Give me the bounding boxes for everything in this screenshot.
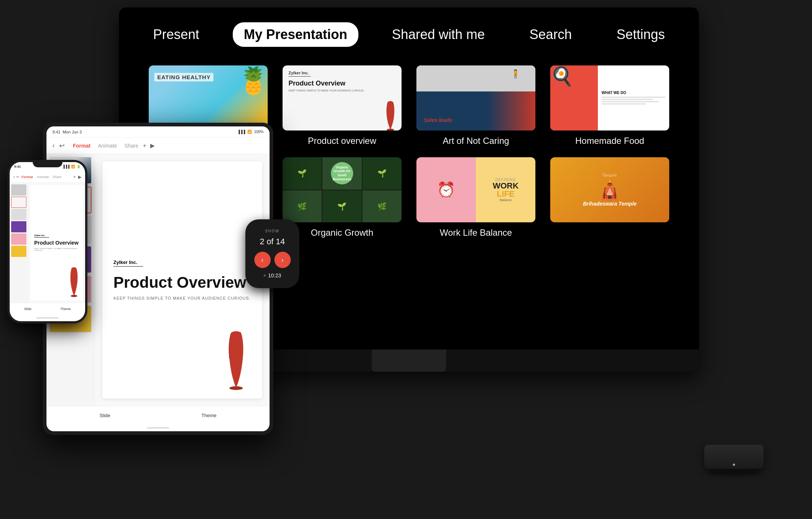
tab-present[interactable]: Present xyxy=(142,22,210,47)
wifi-icon: 📶 xyxy=(247,130,252,134)
iphone-time: 9:41 xyxy=(14,165,21,168)
iphone-format-tab[interactable]: Format xyxy=(22,175,33,179)
card-label-work-life-balance: Work Life Balance xyxy=(416,228,535,238)
iphone-vase-icon xyxy=(67,264,81,300)
card-label-art-of-not-caring: Art of Not Caring xyxy=(416,136,535,146)
thumb-homemade-food: 🍳 WHAT WE DO xyxy=(550,65,669,130)
worklife-word2: LIFE xyxy=(497,189,515,199)
iphone-animate-tab[interactable]: Animate xyxy=(37,175,49,179)
ipad-toolbar-icons: + ▶ xyxy=(143,142,154,149)
card-brihadeswara-temple[interactable]: Tanjore 🛕 Brihadeswara Temple xyxy=(550,157,669,238)
ipad-bottom-bar: Slide Theme xyxy=(46,406,270,425)
ipad-back-button[interactable]: ‹ xyxy=(52,142,55,149)
svg-point-5 xyxy=(71,295,77,297)
svg-point-1 xyxy=(387,129,394,130)
apple-tv-light xyxy=(733,464,735,466)
card-homemade-food[interactable]: 🍳 WHAT WE DO Homemad xyxy=(550,65,669,146)
thumb-art-text: Sales leads xyxy=(424,117,452,123)
thumb-product-overview: Zylker Inc. Product Overview KEEP THINGS… xyxy=(283,65,402,130)
iphone-screen: 9:41 ▐▐▐ 📶 🔋 ‹ ↩ Format Animate Share + … xyxy=(10,162,85,321)
iphone-toolbar: ‹ ↩ Format Animate Share + ▶ xyxy=(10,171,85,183)
iphone-home-indicator xyxy=(10,315,85,321)
card-art-of-not-caring[interactable]: 🧍 Sales leads Art of Not Caring xyxy=(416,65,535,146)
ipad-share-tab[interactable]: Share xyxy=(125,143,138,149)
iphone-slide-panel xyxy=(10,183,28,303)
ipad-add-icon[interactable]: + xyxy=(143,142,146,149)
battery-icon: 100% xyxy=(254,130,264,134)
ipad-play-icon[interactable]: ▶ xyxy=(150,142,155,149)
iphone-theme-btn[interactable]: Theme xyxy=(60,307,71,311)
thumb-product-company: Zylker Inc. xyxy=(289,71,311,77)
slide-vase-icon xyxy=(221,323,251,399)
thumb-temple-title-label: Tanjore xyxy=(602,173,617,177)
iphone-nav: Format Animate Share xyxy=(22,175,62,179)
slide-subtitle: KEEP THINGS SIMPLE TO MAKE YOUR AUDIENCE… xyxy=(113,296,251,300)
watch-next-button[interactable]: › xyxy=(274,252,291,268)
watch-slide-count: 2 of 14 xyxy=(260,237,285,246)
iphone-play-icon[interactable]: ▶ xyxy=(78,174,81,180)
ipad-main-slide: Zylker Inc. Product Overview KEEP THINGS… xyxy=(95,154,270,406)
iphone-share-tab[interactable]: Share xyxy=(53,175,62,179)
iphone-battery-icon: 🔋 xyxy=(77,165,81,168)
iphone-main-slide: Zylker Inc. Product Overview KEEP THINGS… xyxy=(28,183,85,303)
tab-my-presentation[interactable]: My Presentation xyxy=(233,22,358,47)
watch-screen: SHOW 2 of 14 ‹ › 10:23 xyxy=(248,222,297,286)
watch-time: 10:23 xyxy=(268,273,281,278)
pineapple-icon: 🍍 xyxy=(237,65,268,96)
iphone-thumb-6[interactable] xyxy=(11,246,26,257)
iphone-thumb-3[interactable] xyxy=(11,209,26,220)
ipad-toolbar: ‹ ↩ Format Animate Share + ▶ xyxy=(46,138,270,154)
iphone-slide-title: Product Overview xyxy=(34,240,79,246)
thumb-temple-name: Brihadeswara Temple xyxy=(583,201,637,207)
thumb-product-sub: KEEP THINGS SIMPLE TO MAKE YOUR AUDIENCE… xyxy=(289,89,396,92)
thumb-organic-badge: Organic Growth for Small Businesses xyxy=(331,162,353,184)
card-organic-growth[interactable]: 🌱 Organic Growth for Small Businesses 🌱 … xyxy=(283,157,402,238)
slide-company: Zylker Inc. xyxy=(113,260,143,267)
watch-prev-button[interactable]: ‹ xyxy=(254,252,271,268)
apple-tv-body xyxy=(704,445,764,469)
iphone-thumb-1[interactable] xyxy=(11,184,26,196)
iphone-thumb-5[interactable] xyxy=(11,233,26,245)
card-work-life-balance[interactable]: ⏰ Defining WORK LIFE xyxy=(416,157,535,238)
iphone-content: Zylker Inc. Product Overview KEEP THINGS… xyxy=(10,183,85,303)
ipad-undo-button[interactable]: ↩ xyxy=(59,142,65,150)
ipad-date: Mon Jun 3 xyxy=(62,130,81,134)
ipad-status-bar: 9:41 Mon Jun 3 ▐▐▐ 📶 100% xyxy=(46,126,270,138)
card-product-overview[interactable]: Zylker Inc. Product Overview KEEP THINGS… xyxy=(283,65,402,146)
iphone-undo-btn[interactable]: ↩ xyxy=(16,175,19,179)
signal-icon: ▐▐▐ xyxy=(237,130,245,134)
watch-bottom: 10:23 xyxy=(264,273,281,278)
tab-shared-with-me[interactable]: Shared with me xyxy=(381,22,496,47)
iphone-slide-sub: KEEP THINGS SIMPLE TO MAKE YOUR AUDIENCE… xyxy=(34,248,79,251)
thumb-eating-healthy: EATING HEALTHY 🍍 xyxy=(149,65,268,130)
iphone-frame: 9:41 ▐▐▐ 📶 🔋 ‹ ↩ Format Animate Share + … xyxy=(7,160,87,323)
iphone-signal-icon: ▐▐▐ xyxy=(62,165,70,168)
thumb-organic-growth: 🌱 Organic Growth for Small Businesses 🌱 … xyxy=(283,157,402,222)
ipad-theme-btn[interactable]: Theme xyxy=(202,413,216,418)
svg-point-3 xyxy=(229,386,243,390)
apple-tv-shadow xyxy=(708,471,760,476)
iphone-slide-btn[interactable]: Slide xyxy=(24,307,32,311)
iphone-bottom-bar: Slide Theme xyxy=(10,303,85,315)
card-label-organic-growth: Organic Growth xyxy=(283,228,402,238)
iphone-thumb-4[interactable] xyxy=(11,221,26,232)
thumb-art-of-not-caring: 🧍 Sales leads xyxy=(416,65,535,130)
ipad-animate-tab[interactable]: Animate xyxy=(98,143,117,149)
thumb-product-vase xyxy=(383,97,398,130)
iphone-back-btn[interactable]: ‹ xyxy=(13,174,15,180)
temple-icon: 🛕 xyxy=(598,179,621,201)
slide-title: Product Overview xyxy=(113,274,251,291)
watch-dot xyxy=(264,274,266,277)
thumb-brihadeswara-temple: Tanjore 🛕 Brihadeswara Temple xyxy=(550,157,669,222)
card-label-product-overview: Product overview xyxy=(283,136,402,146)
watch-show-label: SHOW xyxy=(265,229,280,233)
eating-label: EATING HEALTHY xyxy=(154,73,213,81)
tab-settings[interactable]: Settings xyxy=(605,22,676,47)
tab-search[interactable]: Search xyxy=(518,22,583,47)
ipad-time: 9:41 xyxy=(52,130,60,134)
tv-stand xyxy=(372,349,446,372)
ipad-slide-btn[interactable]: Slide xyxy=(100,413,110,418)
iphone-add-icon[interactable]: + xyxy=(73,174,76,180)
ipad-format-tab[interactable]: Format xyxy=(73,143,90,149)
iphone-thumb-2[interactable] xyxy=(11,197,26,208)
